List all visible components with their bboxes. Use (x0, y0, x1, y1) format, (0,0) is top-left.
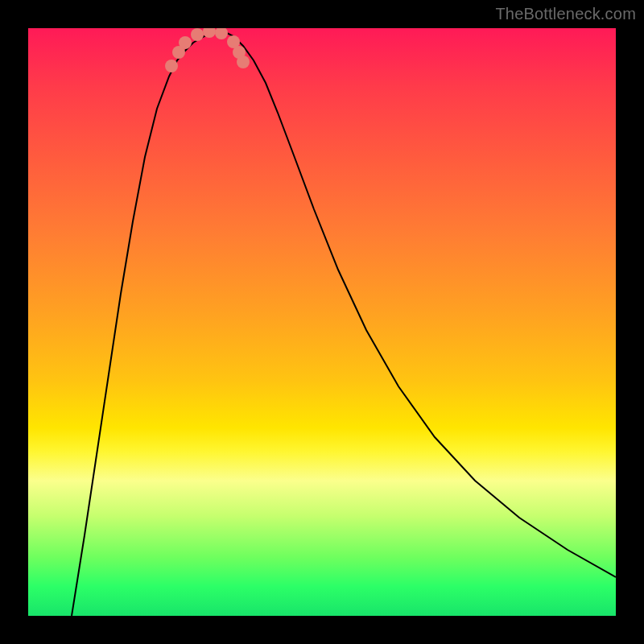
marker-dot (165, 60, 178, 72)
bottleneck-curve-svg (28, 28, 616, 616)
marker-dot (237, 56, 250, 68)
watermark-text: TheBottleneck.com (495, 5, 636, 23)
plot-area (28, 28, 616, 616)
curve-markers (165, 28, 250, 72)
marker-dot (191, 28, 204, 41)
marker-dot (215, 28, 228, 39)
marker-dot (179, 36, 192, 49)
bottleneck-curve (72, 31, 616, 616)
chart-frame: TheBottleneck.com (0, 0, 644, 644)
